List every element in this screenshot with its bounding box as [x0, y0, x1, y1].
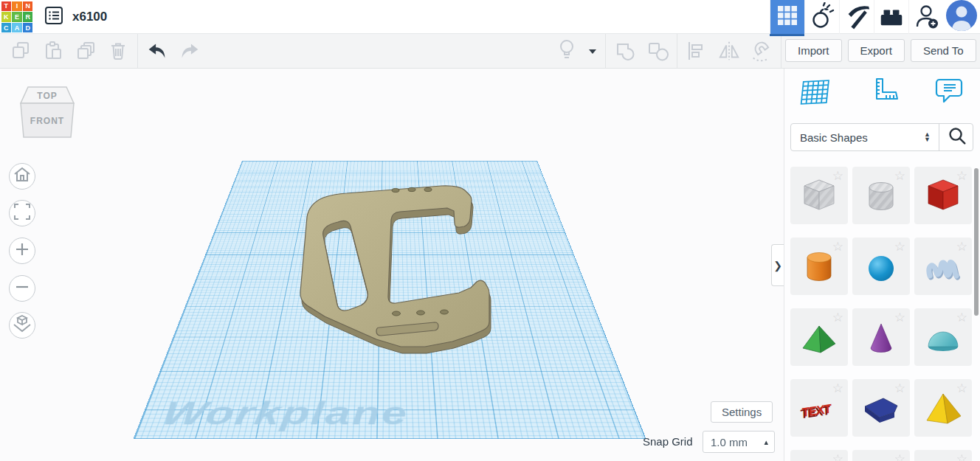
snap-grid-select[interactable]: 1.0 mm ▴	[703, 431, 775, 453]
sphere-shape	[860, 246, 902, 288]
shape-tile-polygon[interactable]: ☆	[852, 379, 910, 437]
redo-button[interactable]	[173, 34, 206, 68]
duplicate-button[interactable]	[69, 34, 102, 68]
favorite-star-icon[interactable]: ☆	[894, 451, 905, 461]
half-sphere-shape	[922, 317, 964, 358]
falling-apple-icon	[809, 2, 835, 32]
collapse-panel-button[interactable]: ❯	[771, 244, 784, 286]
mode-3d-design-tab[interactable]	[770, 0, 804, 34]
viewport-canvas[interactable]: Workplane Settings Snap Grid 1.0 mm ▴	[0, 69, 784, 461]
view-cube[interactable]: TOP FRONT	[16, 78, 78, 148]
snap-grid-label: Snap Grid	[643, 435, 693, 448]
shape-search-button[interactable]	[939, 124, 973, 150]
collaborate-button[interactable]	[908, 0, 943, 34]
polygon-shape	[860, 388, 902, 429]
shape-tile-scribble[interactable]: ☆	[914, 238, 972, 295]
mode-sim-lab-tab[interactable]	[804, 0, 839, 34]
design-menu-button[interactable]	[43, 6, 65, 28]
fit-view-button[interactable]	[9, 200, 35, 226]
logo-cell: A	[12, 23, 21, 32]
roof-shape	[798, 317, 840, 358]
import-button[interactable]: Import	[785, 39, 842, 62]
top-bar: T I N K E R C A D x6100	[0, 0, 980, 34]
show-hide-button[interactable]	[551, 34, 583, 68]
shape-tile-box[interactable]: ☆	[914, 167, 972, 224]
brick-icon	[877, 1, 905, 32]
notes-tool-button[interactable]	[933, 77, 965, 110]
shape-tile-cylinder-transparent[interactable]: ☆	[852, 167, 910, 224]
person-plus-icon	[912, 1, 940, 32]
shape-tile[interactable]: ☆	[852, 450, 910, 461]
shape-category-value: Basic Shapes	[791, 131, 924, 144]
logo-cell: C	[1, 23, 11, 32]
favorite-star-icon[interactable]: ☆	[832, 451, 843, 461]
show-hide-menu-button[interactable]	[583, 34, 602, 68]
ungroup-button[interactable]	[641, 34, 674, 68]
workplane-tool-button[interactable]	[800, 77, 832, 110]
mode-bricks-tab[interactable]	[874, 0, 908, 34]
home-view-button[interactable]	[9, 163, 35, 190]
design-title[interactable]: x6100	[72, 10, 107, 24]
workplane-label: Workplane	[156, 395, 409, 432]
logo-cell: R	[23, 12, 32, 21]
settings-button[interactable]: Settings	[711, 401, 773, 423]
cone-shape	[860, 317, 902, 358]
logo-cell: D	[23, 23, 32, 32]
person-avatar	[946, 0, 977, 34]
zoom-in-button[interactable]	[9, 238, 35, 264]
chevron-right-icon: ❯	[773, 260, 782, 271]
logo-cell: T	[1, 1, 11, 11]
shape-category-select[interactable]: Basic Shapes ▲ ▼	[791, 124, 939, 150]
cylinder-shape	[798, 246, 840, 288]
grid-3x3-icon	[776, 4, 799, 30]
shape-tile-cone[interactable]: ☆	[852, 308, 910, 366]
workplane-grid-icon	[800, 76, 832, 111]
logo-cell: K	[1, 12, 11, 21]
shape-tile-half-sphere[interactable]: ☆	[914, 308, 972, 366]
logo-cell: N	[23, 1, 32, 11]
ruler-icon	[866, 76, 899, 111]
perspective-toggle-button[interactable]	[9, 312, 35, 339]
favorite-star-icon[interactable]: ☆	[956, 451, 967, 461]
shape-tile[interactable]: ☆	[790, 450, 848, 461]
avatar-button[interactable]	[943, 0, 980, 34]
scrollbar-thumb[interactable]	[974, 168, 979, 316]
view-cube-top-label[interactable]: TOP	[37, 91, 57, 101]
magnet-button[interactable]	[745, 34, 778, 68]
mode-blocks-tab[interactable]	[839, 0, 874, 34]
shape-grid: ☆ ☆ ☆ ☆	[790, 167, 975, 461]
cylinder-transparent-shape	[860, 176, 902, 217]
fit-view-icon	[11, 201, 33, 226]
shape-tile-sphere[interactable]: ☆	[852, 238, 910, 295]
plus-icon	[11, 238, 33, 263]
shape-tile-roof[interactable]: ☆	[790, 308, 848, 366]
view-cube-front-label[interactable]: FRONT	[30, 116, 64, 126]
caret-down-icon	[588, 44, 597, 58]
logo-cell: I	[12, 1, 21, 11]
tinkercad-logo[interactable]: T I N K E R C A D	[0, 0, 34, 34]
ruler-tool-button[interactable]	[866, 77, 899, 110]
copy-button[interactable]	[4, 34, 37, 68]
align-button[interactable]	[680, 34, 713, 68]
send-to-button[interactable]: Send To	[911, 39, 976, 62]
shape-tile-text[interactable]: ☆ TEXT TEXT	[790, 379, 848, 437]
paste-button[interactable]	[37, 34, 69, 68]
shapes-panel: Basic Shapes ▲ ▼ ☆ ☆	[784, 69, 980, 461]
home-icon	[11, 164, 33, 189]
select-arrows-icon: ▲ ▼	[924, 132, 931, 142]
shape-tile-cylinder[interactable]: ☆	[790, 238, 848, 295]
shape-tile-box-transparent[interactable]: ☆	[790, 167, 848, 224]
toolbar: Import Export Send To	[0, 34, 980, 69]
undo-button[interactable]	[141, 34, 173, 68]
mirror-button[interactable]	[713, 34, 745, 68]
model-c-handle[interactable]	[280, 170, 502, 354]
lightbulb-icon	[556, 38, 578, 64]
list-icon	[44, 5, 64, 29]
zoom-out-button[interactable]	[9, 275, 35, 302]
group-button[interactable]	[609, 34, 641, 68]
export-button[interactable]: Export	[848, 39, 905, 62]
search-icon	[945, 124, 968, 150]
shape-tile-pyramid[interactable]: ☆	[914, 379, 972, 437]
shape-tile[interactable]: ☆	[914, 450, 972, 461]
delete-button[interactable]	[102, 34, 134, 68]
